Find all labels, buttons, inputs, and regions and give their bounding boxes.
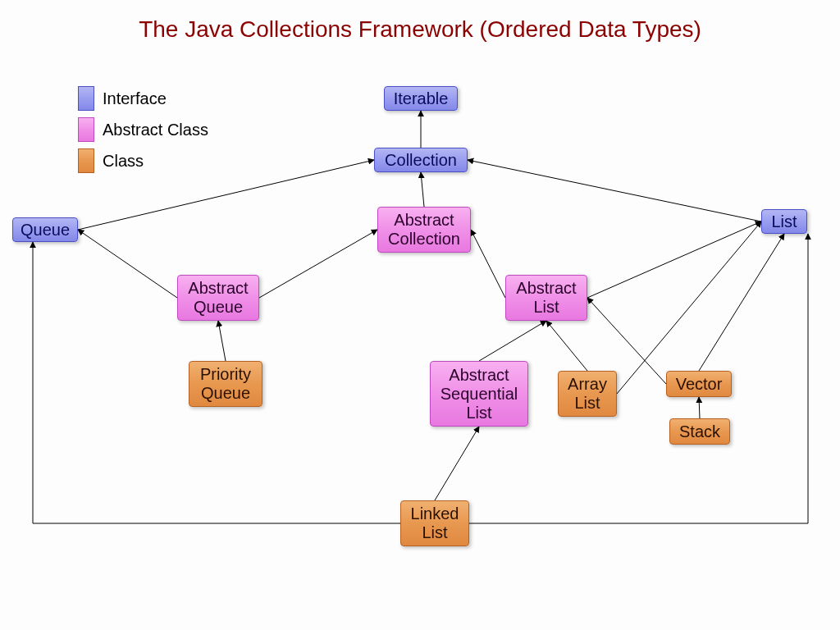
svg-line-7 bbox=[587, 221, 761, 298]
svg-line-10 bbox=[546, 321, 587, 371]
node-queue: Queue bbox=[12, 217, 78, 242]
node-queue-label: Queue bbox=[21, 221, 70, 240]
node-vector-label: Vector bbox=[676, 375, 723, 394]
node-collection: Collection bbox=[374, 148, 468, 172]
node-stack-label: Stack bbox=[679, 422, 720, 441]
node-array-list: ArrayList bbox=[558, 371, 617, 417]
swatch-class-icon bbox=[78, 148, 94, 173]
svg-line-2 bbox=[468, 160, 761, 221]
node-abstract-sequential-list-label: AbstractSequentialList bbox=[441, 366, 518, 422]
legend: Interface Abstract Class Class bbox=[78, 86, 208, 180]
svg-line-11 bbox=[617, 221, 761, 394]
svg-line-5 bbox=[259, 230, 377, 298]
svg-line-9 bbox=[479, 321, 546, 361]
node-stack: Stack bbox=[669, 418, 730, 445]
node-iterable: Iterable bbox=[384, 86, 458, 111]
legend-interface-label: Interface bbox=[103, 89, 167, 108]
node-iterable-label: Iterable bbox=[394, 89, 449, 108]
diagram-title: The Java Collections Framework (Ordered … bbox=[0, 16, 840, 43]
svg-line-14 bbox=[699, 397, 700, 418]
swatch-interface-icon bbox=[78, 86, 94, 111]
legend-abstract: Abstract Class bbox=[78, 117, 208, 142]
svg-line-13 bbox=[699, 234, 784, 371]
node-abstract-collection-label: AbstractCollection bbox=[388, 211, 460, 249]
node-priority-queue: PriorityQueue bbox=[189, 361, 262, 407]
node-abstract-collection: AbstractCollection bbox=[377, 207, 471, 253]
node-collection-label: Collection bbox=[385, 151, 457, 170]
legend-class: Class bbox=[78, 148, 208, 173]
svg-line-4 bbox=[78, 230, 177, 298]
node-linked-list-label: LinkedList bbox=[411, 504, 459, 542]
svg-line-6 bbox=[471, 230, 505, 298]
swatch-abstract-icon bbox=[78, 117, 94, 142]
legend-interface: Interface bbox=[78, 86, 208, 111]
diagram-stage: The Java Collections Framework (Ordered … bbox=[0, 0, 840, 630]
svg-line-3 bbox=[421, 172, 424, 207]
node-list: List bbox=[761, 209, 807, 234]
svg-line-8 bbox=[218, 321, 226, 361]
node-vector: Vector bbox=[666, 371, 732, 397]
node-linked-list: LinkedList bbox=[400, 500, 469, 546]
legend-abstract-label: Abstract Class bbox=[103, 121, 208, 139]
node-abstract-list-label: AbstractList bbox=[516, 279, 576, 317]
node-array-list-label: ArrayList bbox=[568, 375, 607, 413]
node-abstract-list: AbstractList bbox=[505, 275, 587, 321]
node-abstract-sequential-list: AbstractSequentialList bbox=[430, 361, 528, 427]
node-priority-queue-label: PriorityQueue bbox=[200, 365, 251, 403]
svg-line-15 bbox=[435, 427, 479, 500]
node-list-label: List bbox=[771, 212, 797, 231]
legend-class-label: Class bbox=[103, 152, 144, 171]
node-abstract-queue-label: AbstractQueue bbox=[188, 279, 248, 317]
node-abstract-queue: AbstractQueue bbox=[177, 275, 259, 321]
